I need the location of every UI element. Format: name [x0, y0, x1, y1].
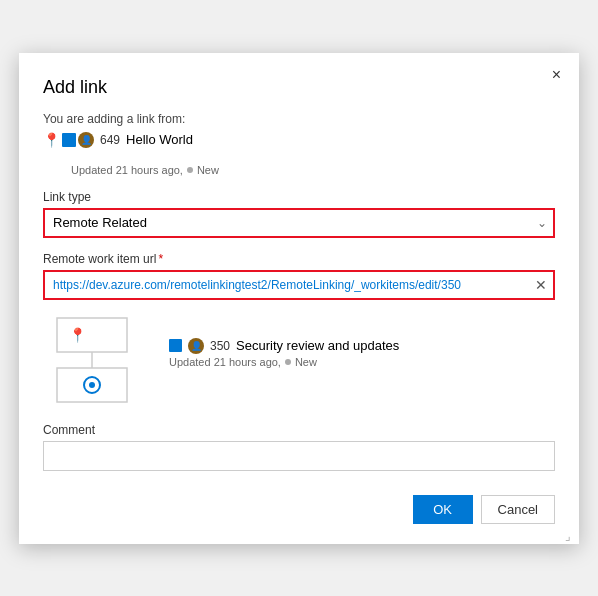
dialog-footer: OK Cancel	[43, 491, 555, 524]
link-diagram: 📍 👤 350 Security review and updates Up	[43, 314, 555, 407]
source-item-title: Hello World	[126, 132, 193, 147]
remote-url-input[interactable]	[43, 270, 555, 300]
source-item-id: 649	[100, 133, 120, 147]
ok-button[interactable]: OK	[413, 495, 473, 524]
source-item-meta: Updated 21 hours ago, New	[71, 164, 555, 176]
add-link-dialog: × Add link You are adding a link from: 📍…	[19, 53, 579, 544]
adding-from-label: You are adding a link from:	[43, 112, 555, 126]
linked-item-info: 👤 350 Security review and updates Update…	[169, 314, 399, 368]
linked-board-icon	[169, 339, 182, 352]
comment-section: Comment	[43, 423, 555, 471]
required-marker: *	[158, 252, 163, 266]
linked-item-meta: Updated 21 hours ago, New	[169, 356, 399, 368]
avatar: 👤	[78, 132, 94, 148]
linked-item-updated: Updated 21 hours ago,	[169, 356, 281, 368]
linked-item-row: 👤 350 Security review and updates	[169, 338, 399, 354]
source-work-item: 📍 👤 649 Hello World	[43, 132, 555, 148]
source-item-updated: Updated 21 hours ago,	[71, 164, 183, 176]
clear-url-button[interactable]: ✕	[533, 277, 549, 293]
comment-label: Comment	[43, 423, 555, 437]
svg-rect-0	[57, 318, 127, 352]
link-type-select[interactable]: Remote Related	[43, 208, 555, 238]
source-status-dot	[187, 167, 193, 173]
linked-avatar: 👤	[188, 338, 204, 354]
diagram-svg: 📍	[47, 314, 157, 407]
linked-item-status: New	[295, 356, 317, 368]
resize-handle[interactable]: ⌟	[565, 530, 575, 540]
linked-item-title: Security review and updates	[236, 338, 399, 353]
remote-url-wrapper: ✕	[43, 270, 555, 300]
linked-status-dot	[285, 359, 291, 365]
source-wi-icons: 📍 👤	[43, 132, 94, 148]
svg-text:📍: 📍	[69, 327, 87, 344]
link-type-label: Link type	[43, 190, 555, 204]
svg-point-6	[89, 382, 95, 388]
dialog-title: Add link	[43, 77, 555, 98]
close-button[interactable]: ×	[548, 65, 565, 85]
link-diagram-svg: 📍	[47, 314, 157, 404]
link-type-wrapper: Remote Related ⌄	[43, 208, 555, 238]
location-icon: 📍	[43, 132, 60, 148]
comment-input[interactable]	[43, 441, 555, 471]
remote-url-label: Remote work item url*	[43, 252, 555, 266]
board-icon	[62, 133, 76, 147]
linked-item-id: 350	[210, 339, 230, 353]
source-item-status: New	[197, 164, 219, 176]
cancel-button[interactable]: Cancel	[481, 495, 555, 524]
